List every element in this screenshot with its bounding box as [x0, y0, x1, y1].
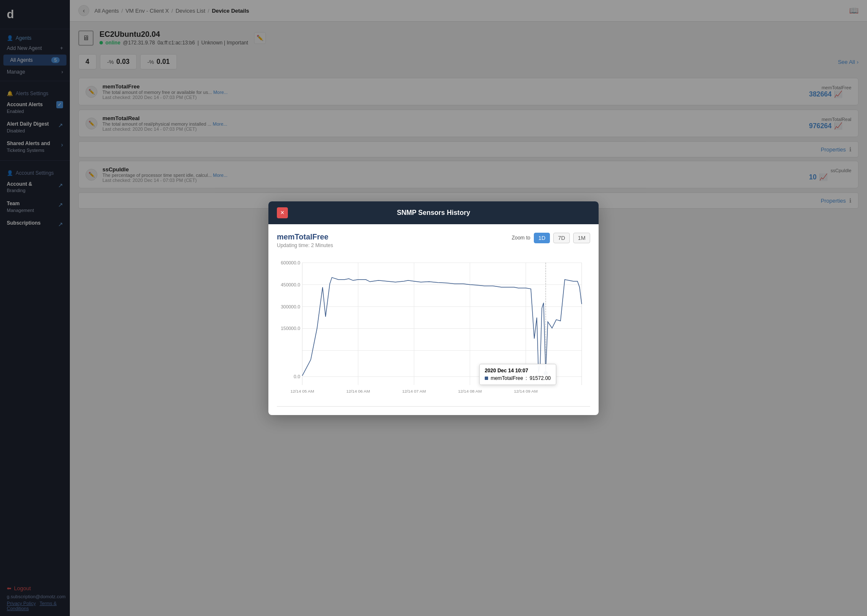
- svg-text:12/14 08 AM: 12/14 08 AM: [458, 389, 482, 393]
- chart-container: 600000.0 450000.0 300000.0 150000.0 0.0 …: [277, 254, 590, 407]
- svg-text:150000.0: 150000.0: [281, 326, 300, 331]
- chart-header: memTotalFree Updating time: 2 Minutes Zo…: [277, 233, 590, 248]
- zoom-label: Zoom to: [512, 235, 530, 241]
- svg-text:12/14 05 AM: 12/14 05 AM: [290, 389, 314, 393]
- zoom-1d-button[interactable]: 1D: [534, 233, 550, 243]
- modal-overlay[interactable]: × SNMP Sensors History memTotalFree Upda…: [0, 0, 867, 616]
- modal-close-button[interactable]: ×: [277, 207, 288, 218]
- zoom-controls: Zoom to 1D 7D 1M: [512, 233, 590, 243]
- chart-title: memTotalFree: [277, 233, 333, 242]
- chart-title-group: memTotalFree Updating time: 2 Minutes: [277, 233, 333, 248]
- modal-body: memTotalFree Updating time: 2 Minutes Zo…: [268, 224, 599, 415]
- zoom-1m-button[interactable]: 1M: [573, 233, 590, 243]
- snmp-history-modal: × SNMP Sensors History memTotalFree Upda…: [268, 201, 599, 415]
- chart-svg: 600000.0 450000.0 300000.0 150000.0 0.0 …: [277, 254, 590, 406]
- svg-text:300000.0: 300000.0: [281, 304, 300, 309]
- chart-subtitle: Updating time: 2 Minutes: [277, 242, 333, 248]
- zoom-7d-button[interactable]: 7D: [553, 233, 570, 243]
- svg-text:0.0: 0.0: [294, 374, 300, 379]
- modal-header: × SNMP Sensors History: [268, 201, 599, 224]
- modal-title: SNMP Sensors History: [288, 209, 579, 217]
- svg-text:12/14 06 AM: 12/14 06 AM: [346, 389, 370, 393]
- svg-text:600000.0: 600000.0: [281, 260, 300, 265]
- svg-text:12/14 07 AM: 12/14 07 AM: [402, 389, 426, 393]
- svg-text:12/14 09 AM: 12/14 09 AM: [514, 389, 538, 393]
- svg-text:450000.0: 450000.0: [281, 282, 300, 287]
